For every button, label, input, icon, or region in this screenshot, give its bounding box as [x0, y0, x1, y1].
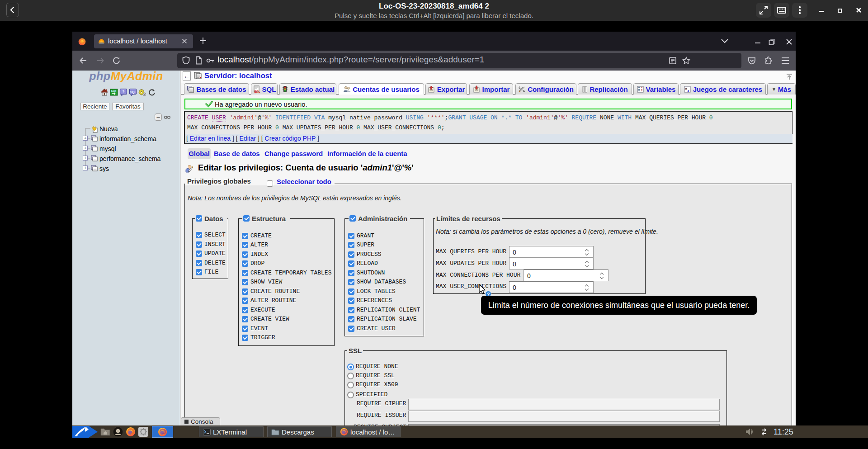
svg-text:Exit: Exit [111, 90, 116, 92]
svg-text:?: ? [122, 90, 125, 94]
svg-text:SQL: SQL [254, 90, 260, 93]
svg-text:z: z [687, 88, 689, 92]
svg-text:SQL: SQL [130, 90, 136, 94]
